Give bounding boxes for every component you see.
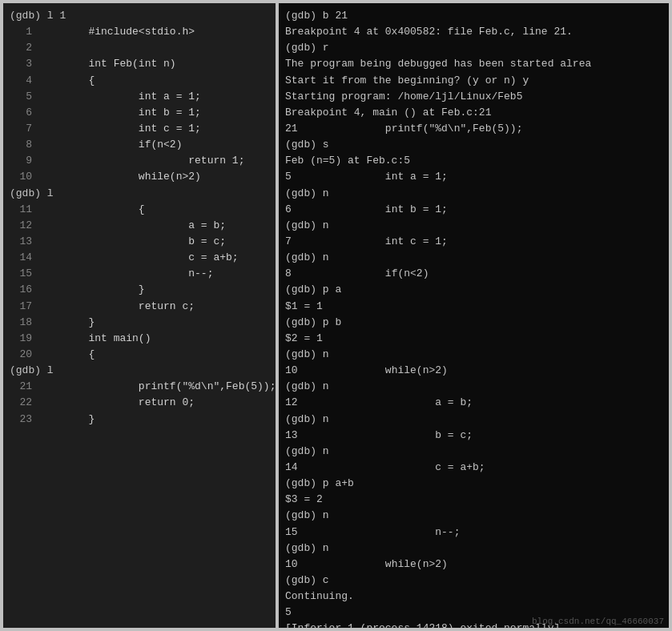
line-number: 6 (10, 105, 32, 121)
line-number: 15 (10, 266, 32, 282)
terminal-line: 5 int a = 1; (285, 169, 662, 185)
line-number: 17 (10, 299, 32, 315)
terminal-line: $3 = 2 (285, 492, 662, 508)
code-line: 12 a = b; (10, 218, 269, 234)
code-line: 18 } (10, 315, 269, 331)
line-number: 16 (10, 282, 32, 298)
terminal-line: Breakpoint 4, main () at Feb.c:21 (285, 105, 662, 121)
main-container: (gdb) l 11 #include<stdio.h>23 int Feb(i… (0, 0, 672, 631)
terminal-line: Feb (n=5) at Feb.c:5 (285, 153, 662, 169)
line-content: if(n<2) (38, 137, 182, 153)
code-line: 20 { (10, 347, 269, 363)
watermark: blog.csdn.net/qq_46660037 (532, 617, 664, 626)
code-line: 8 if(n<2) (10, 137, 269, 153)
code-line: 17 return c; (10, 299, 269, 315)
line-content: b = c; (38, 234, 226, 250)
terminal-line: (gdb) n (285, 412, 662, 428)
terminal-line: 7 int c = 1; (285, 234, 662, 250)
code-line: 1 #include<stdio.h> (10, 24, 269, 40)
code-line: 15 n--; (10, 266, 269, 282)
right-terminal-area: (gdb) b 21Breakpoint 4 at 0x400582: file… (285, 8, 662, 628)
terminal-line: 8 if(n<2) (285, 266, 662, 282)
code-line: 9 return 1; (10, 153, 269, 169)
line-content: return c; (38, 299, 195, 315)
line-content: } (38, 282, 145, 298)
line-number: 2 (10, 40, 32, 56)
line-content: int a = 1; (38, 89, 201, 105)
terminal-line: $2 = 1 (285, 331, 662, 347)
code-line: 7 int c = 1; (10, 121, 269, 137)
terminal-line: (gdb) n (285, 218, 662, 234)
terminal-line: (gdb) n (285, 250, 662, 266)
line-number: 10 (10, 169, 32, 185)
line-content: n--; (38, 266, 213, 282)
code-line: 23 } (10, 412, 269, 428)
line-number: 20 (10, 347, 32, 363)
terminal-line: (gdb) p a+b (285, 476, 662, 492)
terminal-line: 21 printf("%d\n",Feb(5)); (285, 121, 662, 137)
code-line: (gdb) l (10, 363, 269, 379)
line-content: int main() (38, 331, 151, 347)
line-number: 8 (10, 137, 32, 153)
terminal-line: 14 c = a+b; (285, 460, 662, 476)
terminal-line: Breakpoint 4 at 0x400582: file Feb.c, li… (285, 24, 662, 40)
line-number: 7 (10, 121, 32, 137)
line-number: 1 (10, 24, 32, 40)
terminal-line: (gdb) r (285, 40, 662, 56)
left-panel: (gdb) l 11 #include<stdio.h>23 int Feb(i… (3, 3, 276, 628)
terminal-line: (gdb) c (285, 573, 662, 589)
terminal-line: (gdb) n (285, 347, 662, 363)
terminal-line: 15 n--; (285, 524, 662, 541)
line-number: 11 (10, 202, 32, 218)
terminal-line: (gdb) n (285, 379, 662, 395)
terminal-line: (gdb) n (285, 541, 662, 557)
line-content: int c = 1; (38, 121, 201, 137)
line-number: 9 (10, 153, 32, 169)
terminal-line: Start it from the beginning? (y or n) y (285, 73, 662, 89)
line-content: int b = 1; (38, 105, 201, 121)
terminal-line: Starting program: /home/ljl/Linux/Feb5 (285, 89, 662, 105)
terminal-line: The program being debugged has been star… (285, 56, 662, 72)
line-content: { (38, 347, 95, 363)
line-number: 21 (10, 379, 32, 395)
line-content: { (38, 73, 95, 89)
line-number: 19 (10, 331, 32, 347)
terminal-line: (gdb) p a (285, 282, 662, 298)
line-content: } (38, 315, 95, 331)
code-line: 6 int b = 1; (10, 105, 269, 121)
terminal-line: 6 int b = 1; (285, 202, 662, 218)
line-number: 14 (10, 250, 32, 266)
code-line: 5 int a = 1; (10, 89, 269, 105)
code-line: (gdb) l 1 (10, 8, 269, 24)
line-content: #include<stdio.h> (38, 24, 195, 40)
line-number: 23 (10, 412, 32, 428)
code-line: 16 } (10, 282, 269, 298)
line-number: 12 (10, 218, 32, 234)
line-content: return 0; (38, 395, 195, 411)
line-number: 4 (10, 73, 32, 89)
line-content: } (38, 412, 95, 428)
line-number: 18 (10, 315, 32, 331)
terminal-line: 10 while(n>2) (285, 557, 662, 573)
terminal-line: (gdb) b 21 (285, 8, 662, 24)
terminal-line: (gdb) n (285, 186, 662, 202)
code-line: 21 printf("%d\n",Feb(5)); (10, 379, 269, 395)
terminal-line: (gdb) s (285, 137, 662, 153)
code-line: 4 { (10, 73, 269, 89)
line-number: 22 (10, 395, 32, 411)
code-line: 3 int Feb(int n) (10, 56, 269, 72)
line-content: printf("%d\n",Feb(5)); (38, 379, 276, 395)
terminal-line: Continuing. (285, 589, 662, 605)
code-line: 10 while(n>2) (10, 169, 269, 185)
line-content: while(n>2) (38, 169, 201, 185)
line-number: 13 (10, 234, 32, 250)
line-number: 5 (10, 89, 32, 105)
code-line: 22 return 0; (10, 395, 269, 411)
terminal-line: (gdb) n (285, 444, 662, 460)
line-content: int Feb(int n) (38, 56, 176, 72)
terminal-line: $1 = 1 (285, 299, 662, 315)
terminal-line: 13 b = c; (285, 428, 662, 444)
code-line: 19 int main() (10, 331, 269, 347)
terminal-line: (gdb) n (285, 508, 662, 524)
code-line: 13 b = c; (10, 234, 269, 250)
